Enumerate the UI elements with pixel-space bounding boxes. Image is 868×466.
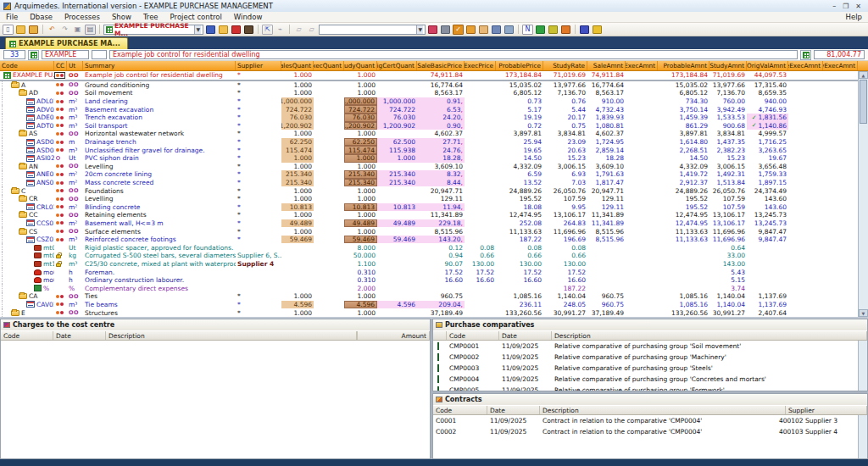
- cell-summary[interactable]: Basement excavation: [83, 105, 236, 114]
- cell-salesquant[interactable]: 49.489: [281, 219, 314, 228]
- cell-code[interactable]: CRL010: [0, 203, 54, 212]
- menu-show[interactable]: Show: [106, 13, 137, 21]
- cell-probableprice[interactable]: 13.52: [496, 179, 543, 187]
- column-header-probableamnt[interactable]: ProbableAmnt: [658, 61, 709, 70]
- cell-studyquant[interactable]: 1.000: [344, 71, 377, 80]
- cell-studyexecamnt[interactable]: [823, 146, 858, 154]
- cell-studyrate[interactable]: 6.93: [543, 170, 587, 179]
- table-row-ADE010c[interactable]: ADE010cm³Trench excavation*76.03076.0307…: [0, 114, 858, 122]
- cell-probableamnt[interactable]: 15,035.02: [658, 81, 709, 90]
- cell-studyquant[interactable]: 215.340: [344, 179, 377, 187]
- cell-origvalamnt[interactable]: 24,374.49: [747, 186, 788, 195]
- cell-salesquant[interactable]: 1.000: [281, 308, 314, 317]
- cell-execamnt[interactable]: [626, 252, 658, 260]
- column-header-code[interactable]: Code: [0, 61, 54, 70]
- cell-studyquant[interactable]: 1.000: [344, 211, 377, 219]
- cell-execquant[interactable]: [314, 122, 344, 130]
- cell-execquant[interactable]: [314, 81, 344, 90]
- cell-execquant[interactable]: [314, 252, 344, 260]
- cell-studyamnt[interactable]: 13,977.66: [709, 81, 747, 90]
- column-header-execprice[interactable]: ExecPrice: [465, 61, 496, 70]
- cell-salesquant[interactable]: 76.030: [281, 114, 314, 122]
- cell-saleexecamnt[interactable]: [788, 268, 823, 276]
- cell-execprice[interactable]: [465, 227, 496, 236]
- cell-salebasicprice[interactable]: 129.11: [417, 195, 465, 203]
- tab-example-purchase[interactable]: EXAMPLE PURCHASE MA...: [5, 37, 128, 49]
- cell-probableprice[interactable]: 5.17: [496, 105, 543, 114]
- cell-studyquant[interactable]: 1.000: [344, 195, 377, 203]
- table-row-mo062[interactable]: mo062hOrdinary construction labourer.0.3…: [0, 276, 858, 285]
- cell-studyexecamnt[interactable]: [823, 236, 858, 244]
- cell-probableamnt[interactable]: 1,419.72: [658, 170, 709, 179]
- cell-execamnt[interactable]: [626, 97, 658, 106]
- tasks-icon[interactable]: ✓: [453, 25, 464, 35]
- cell-studyrate[interactable]: 130.00: [543, 260, 587, 269]
- cell-saleexecamnt[interactable]: [788, 89, 823, 97]
- cell-studyrate[interactable]: 248.05: [543, 301, 587, 309]
- cell-summary[interactable]: Reinforced concrete footings: [83, 236, 236, 244]
- cell-studyquant[interactable]: 76.030: [344, 114, 377, 122]
- cell-studyquant[interactable]: 49.489: [344, 219, 377, 228]
- cell-probableamnt[interactable]: 1,085.16: [658, 301, 709, 309]
- cell-execamnt[interactable]: [626, 114, 658, 122]
- cell-origvalamnt[interactable]: [747, 260, 788, 269]
- cell-execprice[interactable]: [465, 211, 496, 219]
- cell-execprice[interactable]: [465, 130, 496, 138]
- table-row-CR[interactable]: CROOLevelling*1.0001.000129.11195.52107.…: [0, 195, 858, 203]
- cell-salebasicprice[interactable]: 20,947.71: [417, 186, 465, 195]
- cell-origvalamnt[interactable]: [747, 276, 788, 285]
- comparatives-col-code[interactable]: Code: [447, 331, 499, 340]
- cell-summary[interactable]: Land clearing: [83, 97, 236, 106]
- cell-execprice[interactable]: [465, 236, 496, 244]
- cell-studyquant[interactable]: 59.469: [344, 236, 377, 244]
- cell-saleamnt[interactable]: 1,817.47: [587, 179, 626, 187]
- cell-summary[interactable]: Soil transport: [83, 122, 236, 130]
- cell-origvalamnt[interactable]: 3,656.48: [747, 163, 788, 171]
- cell-execamnt[interactable]: [626, 260, 658, 269]
- cell-studyexecamnt[interactable]: [823, 186, 858, 195]
- cell-execprice[interactable]: 17.52: [465, 268, 496, 276]
- cell-origcertquant[interactable]: [377, 292, 417, 301]
- cell-studyquant[interactable]: 1.000: [344, 227, 377, 236]
- cell-probableprice[interactable]: 0.72: [496, 122, 543, 130]
- cell-summary[interactable]: Retaining elements: [83, 211, 236, 219]
- cell-studyexecamnt[interactable]: [823, 89, 858, 97]
- cell-probableamnt[interactable]: 1,085.16: [658, 292, 709, 301]
- stats-icon[interactable]: [466, 25, 476, 34]
- cell-execprice[interactable]: [465, 179, 496, 187]
- cell-supplier[interactable]: *: [236, 130, 281, 138]
- cell-execamnt[interactable]: [626, 154, 658, 163]
- cell-origcertquant[interactable]: [377, 243, 417, 252]
- cell-saleexecamnt[interactable]: [788, 219, 823, 228]
- cell-origcertquant[interactable]: [377, 89, 417, 97]
- cell-origcertquant[interactable]: [377, 227, 417, 236]
- cell-probableamnt[interactable]: [658, 276, 709, 285]
- cell-studyrate[interactable]: 0.75: [543, 122, 587, 130]
- cell-code[interactable]: ASD010: [0, 138, 54, 147]
- cell-supplier[interactable]: Supplier 4: [236, 260, 281, 269]
- cell-salesquant[interactable]: [281, 284, 314, 292]
- cell-salebasicprice[interactable]: 90.07: [417, 260, 465, 269]
- cell-probableprice[interactable]: 18.08: [496, 203, 543, 212]
- cell-saleamnt[interactable]: 11,341.89: [587, 211, 626, 219]
- cell-studyquant[interactable]: 8.000: [344, 243, 377, 252]
- cell-execquant[interactable]: [314, 163, 344, 171]
- cell-execprice[interactable]: [465, 97, 496, 106]
- cell-probableprice[interactable]: 3,897.81: [496, 130, 543, 138]
- cell-saleamnt[interactable]: 3,609.10: [587, 163, 626, 171]
- cell-execprice[interactable]: 130.00: [465, 260, 496, 269]
- table-row-EXAMPLEPU[interactable]: EXAMPLE PU...OOExample job control for r…: [0, 71, 858, 81]
- cell-probableprice[interactable]: 11,133.63: [496, 227, 543, 236]
- comparatives-scrollbar[interactable]: [858, 341, 867, 391]
- cell-origcertquant[interactable]: [377, 260, 417, 269]
- cell-studyamnt[interactable]: 0.64: [709, 243, 747, 252]
- cell-supplier[interactable]: *: [236, 71, 281, 80]
- cell-saleamnt[interactable]: 37,189.49: [587, 308, 626, 317]
- cell-origvalamnt[interactable]: 17,315.40: [747, 81, 788, 90]
- table-row-A[interactable]: AOOGround conditioning*1.0001.00016,774.…: [0, 81, 858, 90]
- cell-execprice[interactable]: [465, 154, 496, 163]
- cell-studyrate[interactable]: 264.83: [543, 219, 587, 228]
- comparatives-col-description[interactable]: Description: [552, 331, 867, 340]
- cell-code[interactable]: CC: [0, 211, 54, 219]
- cell-saleexecamnt[interactable]: [788, 195, 823, 203]
